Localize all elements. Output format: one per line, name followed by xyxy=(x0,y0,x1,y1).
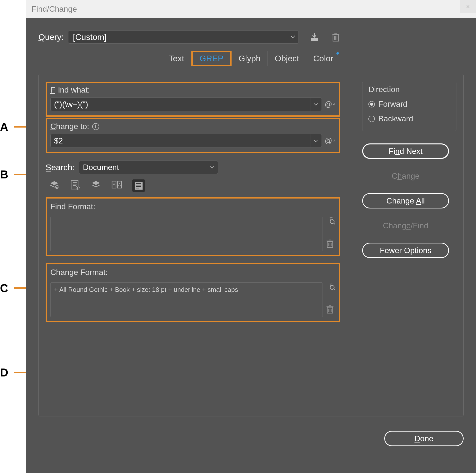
tab-grep[interactable]: GREP xyxy=(191,51,232,66)
change-format-label: Change Format: xyxy=(50,268,108,277)
find-change-dialog: Find/Change × Query: [Custom] Text GREP xyxy=(26,0,476,473)
svg-text:T: T xyxy=(329,216,333,222)
master-pages-icon[interactable]: AA xyxy=(112,179,122,190)
fewer-options-button[interactable]: Fewer Options xyxy=(362,243,449,258)
change-format-group: Change Format: + All Round Gothic + Book… xyxy=(46,263,340,322)
svg-rect-0 xyxy=(311,38,318,41)
svg-text:A: A xyxy=(118,182,121,186)
right-column: Direction Forward Backward Find Next xyxy=(362,82,456,329)
left-column: Find what: (")(\w+)(") @ xyxy=(46,82,340,329)
query-value: [Custom] xyxy=(73,32,107,42)
tab-object[interactable]: Object xyxy=(268,51,306,66)
locked-layers-icon[interactable] xyxy=(49,179,60,190)
info-icon[interactable]: i xyxy=(92,123,99,130)
svg-rect-6 xyxy=(77,187,78,189)
find-what-input[interactable]: (")(\w+)(") xyxy=(50,98,322,111)
change-format-box[interactable]: + All Round Gothic + Book + size: 18 pt … xyxy=(50,282,323,317)
change-to-input[interactable]: $2 xyxy=(50,134,322,147)
find-what-label: Find what: xyxy=(50,85,90,95)
tab-color[interactable]: Color xyxy=(306,51,340,66)
specify-find-format-icon[interactable]: T xyxy=(326,216,335,225)
find-next-button[interactable]: Find Next xyxy=(362,143,449,159)
find-format-group: Find Format: T xyxy=(46,197,340,256)
content-frame: Find what: (")(\w+)(") @ xyxy=(38,74,464,416)
find-special-chars-icon[interactable]: @ xyxy=(325,100,335,108)
search-label: Search: xyxy=(46,163,75,172)
change-button: Change xyxy=(362,168,449,184)
svg-rect-3 xyxy=(56,187,58,188)
query-select[interactable]: [Custom] xyxy=(68,30,299,44)
query-label: Query: xyxy=(38,32,64,42)
delete-query-icon[interactable] xyxy=(330,31,341,43)
find-what-history-chevron[interactable] xyxy=(310,98,322,111)
change-find-button: Change/Find xyxy=(362,218,449,233)
dialog-body: Query: [Custom] Text GREP Glyph Object C… xyxy=(26,18,476,473)
hidden-layers-icon[interactable] xyxy=(91,179,101,190)
chevron-down-icon xyxy=(291,35,295,38)
search-options-row: AA xyxy=(46,179,340,192)
svg-text:T: T xyxy=(329,282,333,287)
search-scope-row: Search: Document xyxy=(46,161,340,174)
find-format-label: Find Format: xyxy=(50,202,95,211)
tab-glyph[interactable]: Glyph xyxy=(232,51,268,66)
chevron-down-icon xyxy=(210,166,214,169)
dialog-title: Find/Change xyxy=(31,4,77,14)
title-bar: Find/Change × xyxy=(26,0,476,18)
change-to-history-chevron[interactable] xyxy=(310,134,322,148)
direction-forward-radio[interactable]: Forward xyxy=(368,100,450,109)
clear-find-format-icon[interactable] xyxy=(326,239,335,248)
specify-change-format-icon[interactable]: T xyxy=(326,281,335,290)
tabs-row: Text GREP Glyph Object Color xyxy=(38,51,464,66)
find-what-group: Find what: (")(\w+)(") @ xyxy=(46,82,340,117)
done-button[interactable]: Done xyxy=(384,431,464,446)
direction-label: Direction xyxy=(368,85,450,94)
direction-backward-radio[interactable]: Backward xyxy=(368,114,450,123)
locked-stories-icon[interactable] xyxy=(70,179,80,190)
footnotes-icon[interactable] xyxy=(132,179,145,192)
find-format-box[interactable] xyxy=(50,217,323,251)
color-indicator-dot xyxy=(336,52,339,55)
svg-text:A: A xyxy=(113,182,115,186)
change-to-group: Change to: i $2 @ xyxy=(46,118,340,153)
change-to-label: Change to: i xyxy=(50,122,99,131)
query-row: Query: [Custom] xyxy=(38,30,464,44)
tab-text[interactable]: Text xyxy=(162,51,191,66)
clear-change-format-icon[interactable] xyxy=(326,305,335,314)
change-special-chars-icon[interactable]: @ xyxy=(325,136,335,145)
change-all-button[interactable]: Change All xyxy=(362,193,449,208)
close-button[interactable]: × xyxy=(460,0,476,13)
search-scope-select[interactable]: Document xyxy=(79,161,218,174)
direction-group: Direction Forward Backward xyxy=(362,82,456,131)
save-query-icon[interactable] xyxy=(309,31,320,43)
